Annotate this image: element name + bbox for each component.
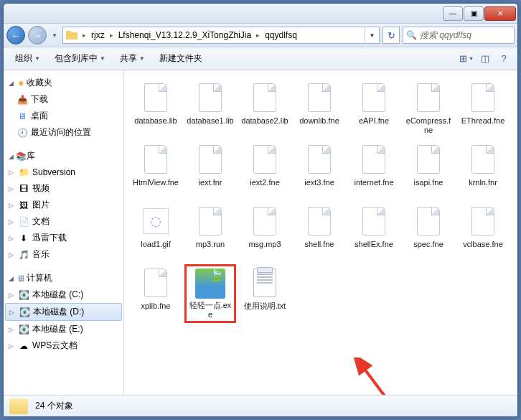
- include-library-menu[interactable]: 包含到库中▼: [49, 50, 111, 67]
- sidebar-item-label: 桌面: [31, 110, 48, 122]
- file-icon: [304, 142, 334, 177]
- file-list-pane[interactable]: database.libdatabase1.libdatabase2.libdo…: [124, 70, 517, 395]
- sidebar-item[interactable]: ▷☁WPS云文档: [4, 337, 123, 354]
- status-count: 24 个对象: [35, 400, 73, 412]
- file-icon: [413, 80, 443, 115]
- file-item[interactable]: eCompress.fne: [403, 79, 454, 138]
- file-icon: [141, 266, 171, 300]
- new-folder-button[interactable]: 新建文件夹: [154, 50, 208, 67]
- file-item[interactable]: eAPI.fne: [348, 79, 400, 138]
- file-item[interactable]: iext.fnr: [184, 141, 236, 200]
- sidebar-libraries-header[interactable]: ◢ 📚 库: [4, 148, 123, 164]
- file-item[interactable]: database1.lib: [184, 79, 236, 138]
- sidebar-item[interactable]: ▷🎵音乐: [4, 246, 123, 263]
- chevron-down-icon: ▼: [34, 55, 40, 62]
- sidebar-item[interactable]: ▷🎞视频: [4, 180, 123, 197]
- breadcrumb[interactable]: ▸ rjxz ▸ Lfshenqi_V13.12.2.9_XiTongZhiJi…: [62, 27, 380, 44]
- back-button[interactable]: ←: [6, 26, 25, 45]
- file-item[interactable]: EThread.fne: [457, 79, 509, 138]
- file-item[interactable]: isapi.fne: [403, 141, 454, 200]
- file-label: EThread.fne: [461, 116, 505, 126]
- file-item[interactable]: 轻轻一点.exe: [184, 264, 236, 323]
- file-item[interactable]: iext2.fne: [239, 141, 291, 200]
- sidebar-item[interactable]: ▷⬇迅雷下载: [4, 230, 123, 246]
- sidebar-group-label: 计算机: [27, 272, 52, 284]
- sidebar-item[interactable]: 🕘最近访问的位置: [4, 124, 123, 141]
- file-item[interactable]: spec.fne: [403, 202, 454, 261]
- file-item[interactable]: shellEx.fne: [348, 202, 400, 261]
- breadcrumb-segment[interactable]: qqydlfsq: [262, 27, 300, 43]
- file-item[interactable]: iext3.fne: [294, 141, 345, 200]
- toolbar: 组织▼ 包含到库中▼ 共享▼ 新建文件夹 ⊞▼ ◫ ?: [4, 47, 517, 70]
- sidebar-item[interactable]: ▷💽本地磁盘 (C:): [4, 286, 123, 303]
- view-options-button[interactable]: ⊞▼: [459, 51, 474, 67]
- forward-button[interactable]: →: [28, 26, 47, 45]
- sidebar-item[interactable]: ▷💽本地磁盘 (D:): [5, 303, 122, 321]
- file-item[interactable]: internet.fne: [348, 141, 400, 200]
- file-item[interactable]: 使用说明.txt: [239, 264, 291, 323]
- file-label: xplib.fne: [141, 302, 171, 311]
- computer-icon: 🖥: [15, 273, 27, 284]
- breadcrumb-segment[interactable]: Lfshenqi_V13.12.2.9_XiTongZhiJia: [116, 27, 254, 43]
- share-menu[interactable]: 共享▼: [114, 50, 151, 67]
- file-icon: [413, 204, 443, 238]
- folder-icon: [65, 28, 79, 42]
- sidebar-item[interactable]: ▷📄文档: [4, 213, 123, 230]
- item-icon: 💽: [19, 307, 30, 318]
- file-icon: [304, 80, 334, 115]
- sidebar-item[interactable]: ▷🖼图片: [4, 197, 123, 213]
- item-icon: ⬇: [18, 233, 29, 244]
- file-label: msg.mp3: [248, 240, 281, 249]
- file-item[interactable]: xplib.fne: [130, 264, 182, 323]
- file-item[interactable]: database2.lib: [239, 79, 291, 138]
- close-button[interactable]: ✕: [484, 6, 516, 21]
- file-item[interactable]: krnln.fnr: [457, 141, 509, 200]
- minimize-button[interactable]: —: [443, 6, 463, 21]
- navbar: ← → ▼ ▸ rjxz ▸ Lfshenqi_V13.12.2.9_XiTon…: [4, 24, 517, 47]
- file-item[interactable]: vclbase.fne: [457, 202, 509, 261]
- sidebar-item-label: 文档: [32, 215, 50, 228]
- file-item[interactable]: ◌load1.gif: [130, 202, 182, 261]
- file-label: shell.fne: [305, 240, 334, 249]
- breadcrumb-dropdown[interactable]: ▼: [365, 27, 379, 43]
- file-item[interactable]: downlib.fne: [294, 79, 345, 138]
- search-input[interactable]: [420, 30, 511, 40]
- search-box[interactable]: 🔍: [403, 27, 515, 44]
- sidebar-item[interactable]: 🖥桌面: [4, 108, 123, 124]
- file-label: 轻轻一点.exe: [188, 301, 233, 319]
- refresh-button[interactable]: ↻: [382, 27, 400, 44]
- file-item[interactable]: mp3.run: [184, 202, 236, 261]
- sidebar-item[interactable]: ▷📁Subversion: [4, 164, 123, 180]
- breadcrumb-segment[interactable]: rjxz: [88, 27, 108, 43]
- expand-icon: ▷: [6, 235, 15, 242]
- svg-rect-1: [66, 31, 71, 34]
- file-label: downlib.fne: [299, 116, 339, 126]
- nav-history-dropdown[interactable]: ▼: [50, 27, 60, 44]
- expand-icon: ▷: [6, 218, 15, 225]
- statusbar: 24 个对象: [4, 395, 517, 416]
- sidebar-favorites-header[interactable]: ◢ ★ 收藏夹: [4, 75, 123, 91]
- sidebar-item[interactable]: ▷💽本地磁盘 (E:): [4, 321, 123, 337]
- file-item[interactable]: HtmlView.fne: [130, 141, 182, 200]
- sidebar-item[interactable]: 📥下载: [4, 91, 123, 108]
- file-item[interactable]: database.lib: [130, 79, 182, 138]
- help-button[interactable]: ?: [496, 51, 512, 67]
- file-item[interactable]: msg.mp3: [239, 202, 291, 261]
- file-item[interactable]: shell.fne: [294, 202, 345, 261]
- sidebar: ◢ ★ 收藏夹 📥下载🖥桌面🕘最近访问的位置 ◢ 📚 库 ▷📁Subversio…: [4, 70, 124, 395]
- maximize-button[interactable]: ▣: [464, 6, 484, 21]
- sidebar-computer-header[interactable]: ◢ 🖥 计算机: [4, 270, 123, 286]
- file-icon: [141, 80, 171, 115]
- file-icon: [413, 142, 443, 177]
- sidebar-item-label: 下载: [31, 93, 48, 106]
- sidebar-group-label: 库: [27, 150, 35, 162]
- body: ◢ ★ 收藏夹 📥下载🖥桌面🕘最近访问的位置 ◢ 📚 库 ▷📁Subversio…: [4, 70, 517, 395]
- expand-icon: ▷: [6, 251, 15, 258]
- preview-pane-button[interactable]: ◫: [477, 51, 493, 67]
- sidebar-item-label: 最近访问的位置: [31, 126, 91, 139]
- folder-icon: [9, 398, 28, 414]
- item-icon: 🕘: [17, 127, 28, 139]
- organize-menu[interactable]: 组织▼: [9, 50, 46, 67]
- expand-icon: ▷: [6, 169, 15, 176]
- sidebar-item-label: 视频: [32, 182, 50, 195]
